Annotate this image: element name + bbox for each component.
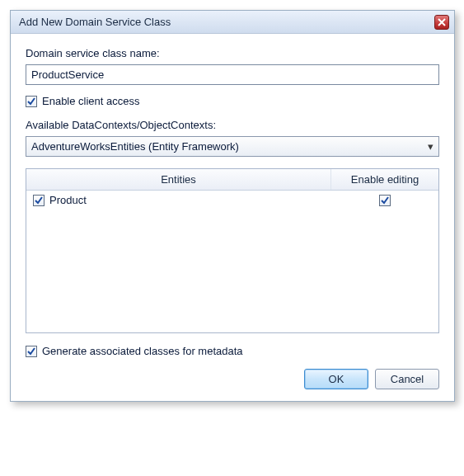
datacontexts-dropdown[interactable]: AdventureWorksEntities (Entity Framework… bbox=[26, 136, 439, 157]
entity-cell: Product bbox=[26, 194, 331, 206]
class-name-label: Domain service class name: bbox=[26, 47, 439, 59]
enable-client-access-label: Enable client access bbox=[42, 95, 140, 107]
entity-checkbox[interactable] bbox=[33, 195, 45, 206]
check-icon bbox=[381, 196, 389, 205]
table-row: Product bbox=[26, 191, 438, 210]
generate-metadata-label: Generate associated classes for metadata bbox=[42, 345, 243, 357]
entity-name: Product bbox=[49, 194, 87, 206]
check-icon bbox=[35, 196, 43, 205]
dialog-buttons: OK Cancel bbox=[26, 369, 439, 389]
enable-client-access-checkbox[interactable] bbox=[26, 96, 37, 107]
column-header-enable-editing[interactable]: Enable editing bbox=[331, 169, 438, 190]
enable-client-access-row: Enable client access bbox=[26, 95, 439, 107]
close-icon bbox=[438, 18, 446, 26]
entities-grid: Entities Enable editing Product bbox=[26, 168, 439, 333]
dialog-body: Domain service class name: Enable client… bbox=[11, 34, 454, 401]
class-name-input[interactable] bbox=[26, 64, 439, 85]
grid-header: Entities Enable editing bbox=[26, 169, 438, 191]
generate-metadata-checkbox[interactable] bbox=[26, 346, 37, 357]
titlebar: Add New Domain Service Class bbox=[11, 11, 454, 34]
enable-editing-checkbox[interactable] bbox=[379, 195, 391, 206]
grid-body: Product bbox=[26, 191, 438, 332]
editing-cell bbox=[331, 194, 438, 206]
check-icon bbox=[27, 347, 35, 356]
check-icon bbox=[27, 97, 35, 106]
ok-button[interactable]: OK bbox=[304, 369, 368, 389]
dialog-title: Add New Domain Service Class bbox=[19, 16, 434, 28]
dialog-window: Add New Domain Service Class Domain serv… bbox=[10, 10, 455, 402]
column-header-entities[interactable]: Entities bbox=[26, 169, 331, 190]
generate-metadata-row: Generate associated classes for metadata bbox=[26, 345, 439, 357]
datacontexts-label: Available DataContexts/ObjectContexts: bbox=[26, 119, 439, 131]
cancel-button[interactable]: Cancel bbox=[375, 369, 439, 389]
datacontexts-selected: AdventureWorksEntities (Entity Framework… bbox=[31, 140, 428, 153]
chevron-down-icon: ▾ bbox=[428, 140, 434, 153]
close-button[interactable] bbox=[434, 15, 449, 30]
